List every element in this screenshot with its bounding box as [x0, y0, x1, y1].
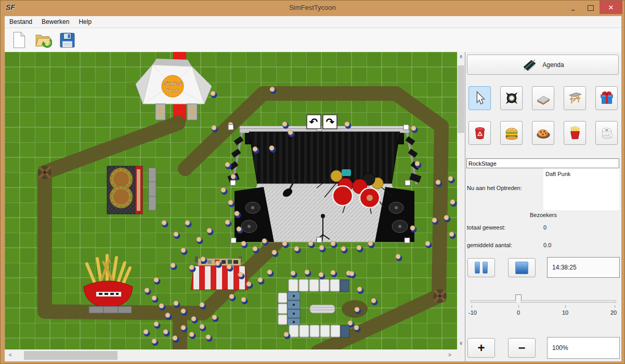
- selection-handle: [405, 180, 410, 185]
- tool-toilet-paper[interactable]: [595, 121, 618, 145]
- tool-burger[interactable]: [500, 121, 523, 145]
- new-file-icon: [12, 32, 27, 48]
- horizontal-scrollbar[interactable]: < >: [5, 349, 457, 361]
- rotate-ccw-button[interactable]: ↶: [307, 115, 321, 129]
- slider-label-zero: 0: [517, 309, 520, 316]
- burger-stand[interactable]: [107, 166, 142, 214]
- stage-curtain: [249, 132, 400, 184]
- tool-spotlight[interactable]: [500, 86, 523, 110]
- cursor-icon: [472, 90, 488, 106]
- selection-handle: [403, 125, 409, 130]
- window-title: SimFestTycoon: [1, 4, 624, 11]
- tool-trash-can[interactable]: [468, 121, 491, 145]
- app-window: SF SimFestTycoon – ✕ Bestand Bewerken He…: [0, 0, 625, 364]
- rotate-cw-icon: ↷: [326, 116, 335, 128]
- agenda-label: Agenda: [542, 61, 564, 69]
- scroll-left-icon[interactable]: <: [9, 353, 12, 358]
- menu-help[interactable]: Help: [74, 16, 96, 28]
- close-button[interactable]: ✕: [600, 1, 622, 14]
- pause-button[interactable]: [467, 258, 495, 277]
- tool-scaffold[interactable]: [564, 86, 586, 110]
- pizza-icon: [536, 125, 551, 141]
- menu-bar: Bestand Bewerken Help: [5, 16, 621, 28]
- open-file-icon: [34, 31, 52, 49]
- average-visitors-label: gemiddeld aantal:: [467, 242, 512, 248]
- title-bar: SF SimFestTycoon – ✕: [1, 1, 624, 16]
- selection-handle: [317, 237, 322, 242]
- speed-slider-track[interactable]: [471, 300, 616, 303]
- total-visitors-value: 0: [543, 224, 546, 231]
- selection-handle: [228, 125, 233, 130]
- tool-gift[interactable]: [595, 86, 618, 110]
- bench-toilet[interactable]: [310, 305, 335, 313]
- menu-bewerken[interactable]: Bewerken: [37, 16, 74, 28]
- side-panel: Agenda: [465, 52, 621, 361]
- tent-logo-text: SimFest: [163, 81, 181, 86]
- zoom-level-display: 100%: [547, 337, 620, 359]
- gift-icon: [599, 90, 615, 106]
- pause-icon: [475, 262, 480, 274]
- selection-handle: [231, 238, 236, 243]
- toilet-paper-icon: [599, 125, 615, 141]
- horizontal-scrollbar-thumb[interactable]: [24, 351, 118, 360]
- total-visitors-label: totaal geweest:: [467, 224, 505, 231]
- slider-label-ten: 10: [562, 309, 568, 316]
- scroll-down-icon[interactable]: ∨: [459, 341, 463, 346]
- slider-label-min: -10: [468, 309, 477, 316]
- average-visitors-value: 0.0: [543, 242, 551, 248]
- fries-icon: [567, 125, 583, 141]
- burger-icon: [504, 125, 519, 141]
- festival-map-canvas[interactable]: SimFest Tycoon: [5, 52, 465, 361]
- festival-map[interactable]: SimFest Tycoon: [5, 52, 457, 349]
- stop-button[interactable]: [508, 258, 536, 277]
- bench-burger[interactable]: [149, 168, 156, 210]
- vertical-scrollbar-thumb[interactable]: [458, 65, 464, 133]
- scroll-up-icon[interactable]: ∧: [459, 54, 463, 59]
- toolbar: [5, 28, 621, 52]
- vertical-scrollbar[interactable]: ∧ ∨: [457, 52, 465, 349]
- stop-icon: [515, 262, 528, 274]
- save-file-button[interactable]: [58, 30, 76, 50]
- menu-bestand[interactable]: Bestand: [5, 16, 37, 28]
- path-marker-left: [38, 166, 51, 179]
- zoom-out-button[interactable]: −: [508, 338, 536, 358]
- bench-fries[interactable]: [89, 306, 132, 313]
- open-file-button[interactable]: [34, 30, 53, 50]
- new-file-button[interactable]: [10, 30, 29, 50]
- path-marker-right: [433, 289, 447, 303]
- now-performing-box: Daft Punk: [543, 168, 619, 210]
- tool-pizza[interactable]: [532, 121, 554, 145]
- now-performing-value: Daft Punk: [543, 168, 619, 180]
- tool-road-tile[interactable]: [532, 86, 554, 110]
- scaffold-icon: [567, 90, 583, 106]
- clock-display: 14:38:25: [547, 257, 620, 278]
- selection-handle: [405, 238, 410, 243]
- zoom-in-button[interactable]: +: [467, 338, 495, 358]
- tent-logo-text2: Tycoon: [166, 88, 179, 92]
- rotate-ccw-icon: ↶: [309, 116, 318, 128]
- tool-fries[interactable]: [564, 121, 586, 145]
- save-file-icon: [59, 32, 75, 48]
- slider-label-max: 20: [610, 309, 617, 316]
- rotate-cw-button[interactable]: ↷: [323, 115, 337, 129]
- road-tile-icon: [536, 90, 551, 106]
- agenda-book-icon: [522, 58, 537, 72]
- maximize-button[interactable]: [582, 1, 600, 13]
- maximize-icon: [588, 5, 594, 11]
- speed-slider-thumb[interactable]: [515, 294, 522, 304]
- stage-name-input[interactable]: [466, 158, 619, 168]
- minimize-button[interactable]: –: [564, 1, 582, 16]
- visitors-header: Bezoekers: [465, 212, 621, 218]
- trash-can-icon: [472, 125, 488, 141]
- spotlight-icon: [504, 90, 519, 106]
- agenda-button[interactable]: Agenda: [467, 55, 619, 75]
- scroll-right-icon[interactable]: >: [448, 353, 451, 358]
- selection-handle: [230, 180, 236, 185]
- now-performing-label: Nu aan het Optreden:: [467, 185, 522, 191]
- tool-select-cursor[interactable]: [468, 86, 491, 110]
